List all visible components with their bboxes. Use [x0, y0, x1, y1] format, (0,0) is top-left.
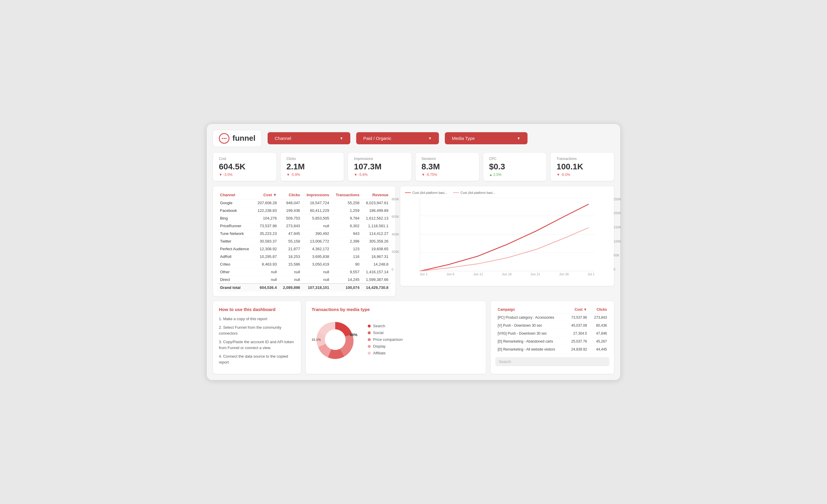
col-channel[interactable]: Channel [218, 191, 254, 199]
search-bar[interactable]: Search [495, 357, 609, 366]
table-cell: 199,436 [279, 207, 302, 214]
chevron-down-icon: ▼ [340, 136, 343, 141]
col-cost[interactable]: Cost ▼ [254, 191, 279, 199]
table-cell: 390,492 [302, 230, 332, 237]
table-cell: 943 [332, 230, 362, 237]
table-cell: 207,608.28 [254, 199, 279, 207]
grand-total-row: Grand total604,536.42,089,898107,318,151… [218, 284, 391, 291]
channel-filter[interactable]: Channel ▼ [267, 132, 350, 144]
table-cell: 1,612,562.13 [362, 214, 391, 222]
table-cell: 9,784 [332, 214, 362, 222]
table-cell: Facebook [218, 207, 254, 214]
channel-filter-label: Channel [275, 136, 291, 141]
table-cell: null [302, 268, 332, 276]
table-cell: 114,412.27 [362, 230, 391, 237]
legend-line-red [405, 192, 411, 193]
table-cell: 5,853,505 [302, 214, 332, 222]
metric-impressions-value: 107.3M [354, 162, 405, 171]
col-clicks[interactable]: Clicks [279, 191, 302, 199]
campaign-col-name[interactable]: Campaign [495, 306, 566, 314]
table-cell: 12,308.92 [254, 245, 279, 253]
arrow-down-icon: ▼ [219, 173, 223, 177]
metric-sessions-value: 8.3M [422, 162, 473, 171]
table-row: Criteo8,463.9315,5863,050,4199014,248.8 [218, 260, 391, 268]
table-cell: 4,362,172 [302, 245, 332, 253]
search-placeholder: Search [499, 359, 511, 364]
table-cell: null [279, 276, 302, 284]
paid-organic-filter[interactable]: Paid / Organic ▼ [356, 132, 439, 144]
line-chart-svg [420, 198, 594, 271]
svg-point-6 [325, 329, 346, 350]
left-panel: Channel Cost ▼ Clicks Impressions Transa… [213, 186, 396, 296]
table-cell: 18,967.31 [362, 253, 391, 260]
table-cell: 123 [332, 245, 362, 253]
metric-clicks: Clicks 2.1M ▼ -5.9% [280, 152, 344, 181]
metric-cpc-change: ▲ 2.5% [489, 173, 541, 177]
how-to-panel: How to use this dashboard 1. Make a copy… [213, 301, 301, 375]
label-social: Social [373, 331, 383, 335]
dot-social [368, 331, 371, 334]
table-row: Tune Network35,223.2347,945390,492943114… [218, 230, 391, 237]
table-cell: Direct [218, 276, 254, 284]
table-row: Directnullnullnull14,2451,599,387.66 [218, 276, 391, 284]
legend-affiliate: Affiliate [368, 351, 402, 355]
table-cell: 8,023,947.61 [362, 199, 391, 207]
table-cell: 47,945 [279, 230, 302, 237]
logo-text: funnel [233, 134, 255, 143]
legend-display: Display [368, 344, 402, 348]
header: ●●● funnel Channel ▼ Paid / Organic ▼ Me… [213, 130, 614, 147]
grand-total-cell: 107,318,151 [302, 284, 332, 291]
table-cell: 35,223.23 [254, 230, 279, 237]
campaign-cell: [D] Remarketing - Abandoned carts [495, 337, 566, 345]
table-cell: 186,499.89 [362, 207, 391, 214]
donut-side-label: 15.1% [311, 338, 321, 341]
campaign-row: [D] Remarketing - Abandoned carts25,037.… [495, 337, 609, 345]
table-cell: 1,416,157.14 [362, 268, 391, 276]
arrow-down-icon: ▼ [556, 173, 560, 177]
channel-table: Channel Cost ▼ Clicks Impressions Transa… [218, 191, 391, 291]
table-cell: 18,253 [279, 253, 302, 260]
campaign-col-cost[interactable]: Cost ▼ [566, 306, 589, 314]
metric-cost: Cost 604.5K ▼ -3.5% [213, 152, 277, 181]
chart-legend: Cost (Ad platform basi... Cost (Ad platf… [405, 191, 609, 194]
col-revenue[interactable]: Revenue [362, 191, 391, 199]
dot-price-comparison [368, 338, 371, 341]
funnel-logo-icon: ●●● [219, 133, 230, 144]
campaign-cell: 45,267 [589, 337, 609, 345]
metric-cpc-label: CPC [489, 157, 541, 161]
col-impressions[interactable]: Impressions [302, 191, 332, 199]
table-cell: 6,302 [332, 222, 362, 230]
col-transactions[interactable]: Transactions [332, 191, 362, 199]
metric-cost-value: 604.5K [219, 162, 271, 171]
table-cell: 14,245 [332, 276, 362, 284]
donut-legend: Search Social Price comparison Display [368, 324, 402, 355]
dashboard: ●●● funnel Channel ▼ Paid / Organic ▼ Me… [207, 124, 620, 380]
metric-sessions: Sessions 8.3M ▼ -6.75% [415, 152, 479, 181]
table-cell: Perfect Audience [218, 245, 254, 253]
metric-transactions-change: ▼ -6.0% [556, 173, 608, 177]
grand-total-cell: 100,074 [332, 284, 362, 291]
table-cell: 1,118,581.1 [362, 222, 391, 230]
media-type-filter[interactable]: Media Type ▼ [445, 132, 528, 144]
table-row: Othernullnullnull9,5571,416,157.14 [218, 268, 391, 276]
how-to-step-4: 4. Connect the data source to the copied… [219, 353, 295, 365]
campaign-cell: 73,537.96 [566, 314, 589, 321]
table-cell: 60,411,229 [302, 207, 332, 214]
arrow-down-icon: ▼ [422, 173, 425, 177]
campaign-row: [V/IG] Push - Downtown 30 sec27,304.547,… [495, 329, 609, 337]
table-cell: null [279, 268, 302, 276]
table-cell: Tune Network [218, 230, 254, 237]
table-cell: 21,877 [279, 245, 302, 253]
table-cell: Other [218, 268, 254, 276]
label-affiliate: Affiliate [373, 351, 385, 355]
donut-chart: 15.1% 46% [311, 316, 359, 363]
grand-total-cell: Grand total [218, 284, 254, 291]
campaign-row: [PC] Product category : Accessories73,53… [495, 314, 609, 321]
label-search: Search [373, 324, 385, 328]
campaign-col-clicks[interactable]: Clicks [589, 306, 609, 314]
table-cell: 122,238.83 [254, 207, 279, 214]
legend-price-comparison: Price comparison [368, 337, 402, 342]
campaign-cell: 27,304.5 [566, 329, 589, 337]
metric-impressions-label: Impressions [354, 157, 405, 161]
table-cell: 3,050,419 [302, 260, 332, 268]
